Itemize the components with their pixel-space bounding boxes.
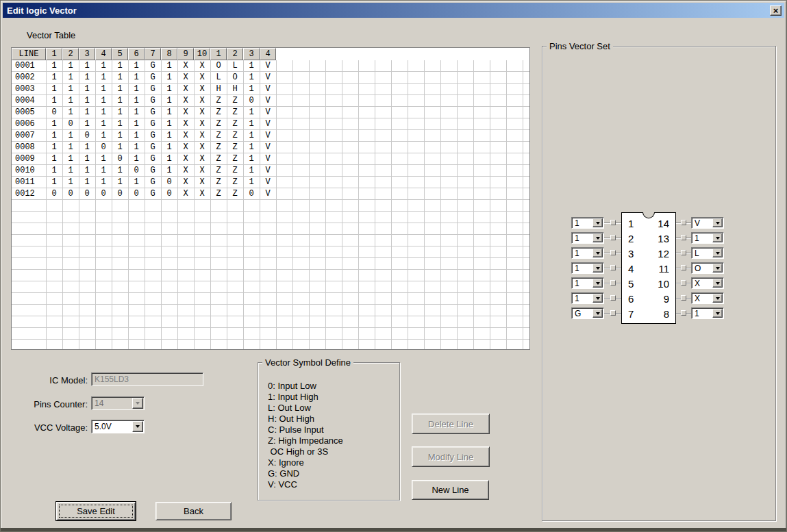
- ic-model-label: IC Model:: [21, 375, 88, 385]
- modify-line-button[interactable]: Modify Line: [412, 446, 490, 467]
- dropdown-arrow-icon[interactable]: [592, 249, 603, 257]
- table-row[interactable]: 0012000000G0XXZZ0V: [12, 188, 276, 200]
- column-header[interactable]: 4: [95, 48, 112, 60]
- table-row[interactable]: 0005011111G1XXZZ1V: [12, 107, 276, 118]
- vector-cell: 0: [95, 188, 112, 200]
- column-header[interactable]: 8: [161, 48, 177, 60]
- dropdown-arrow-icon[interactable]: [132, 398, 143, 409]
- column-header[interactable]: 9: [177, 48, 194, 60]
- column-header[interactable]: 6: [128, 48, 145, 60]
- dropdown-arrow-icon[interactable]: [712, 218, 723, 227]
- dropdown-arrow-icon[interactable]: [592, 218, 603, 227]
- ic-model-input[interactable]: K155LD3: [91, 372, 203, 386]
- dropdown-arrow-icon[interactable]: [592, 309, 603, 318]
- pin-value-select[interactable]: X: [691, 292, 724, 304]
- back-button[interactable]: Back: [155, 502, 232, 520]
- title-bar[interactable]: Edit logic Vector ×: [3, 3, 784, 18]
- vector-cell: X: [177, 188, 194, 200]
- close-button[interactable]: ×: [770, 5, 782, 16]
- table-row[interactable]: 0010111110G1XXZZ1V: [12, 165, 276, 177]
- pin-value-select[interactable]: V: [691, 217, 724, 229]
- delete-line-button[interactable]: Delete Line: [412, 414, 490, 434]
- pin-value-select[interactable]: L: [691, 247, 724, 259]
- vector-cell: 1: [161, 153, 177, 165]
- dropdown-arrow-icon[interactable]: [712, 294, 723, 303]
- column-header[interactable]: 4: [260, 48, 276, 60]
- line-number-cell: 0001: [12, 60, 46, 72]
- pin-value-select[interactable]: 1: [571, 247, 604, 259]
- vcc-voltage-select[interactable]: 5.0V: [91, 420, 145, 433]
- pin-value-select[interactable]: 1: [691, 307, 724, 319]
- table-row[interactable]: 0003111111G1XXHH1V: [12, 84, 276, 95]
- vector-cell: 1: [128, 107, 145, 118]
- dropdown-arrow-icon[interactable]: [132, 421, 143, 432]
- column-header[interactable]: 7: [145, 48, 161, 60]
- pin-value-select[interactable]: 1: [691, 232, 724, 244]
- vector-cell: X: [194, 177, 210, 188]
- dropdown-arrow-icon[interactable]: [592, 294, 603, 303]
- vector-cell: 0: [46, 107, 62, 118]
- pin-value-select[interactable]: 1: [571, 277, 604, 289]
- chip-right-numbers: 141312111098: [658, 216, 669, 322]
- vector-cell: 1: [95, 95, 112, 107]
- pin-value-select[interactable]: G: [571, 307, 604, 319]
- save-edit-button[interactable]: Save Edit: [56, 502, 136, 520]
- column-header[interactable]: 2: [227, 48, 243, 60]
- vector-cell: G: [145, 107, 161, 118]
- pin-value-select[interactable]: 1: [571, 262, 604, 274]
- dropdown-arrow-icon[interactable]: [712, 249, 723, 257]
- vector-cell: Z: [210, 177, 227, 188]
- dropdown-arrow-icon[interactable]: [592, 264, 603, 273]
- dropdown-arrow-icon[interactable]: [592, 279, 603, 288]
- table-row[interactable]: 0006101111G1XXZZ1V: [12, 118, 276, 130]
- vector-cell: 0: [161, 177, 177, 188]
- vector-table[interactable]: LINE123456789101234 0001111111G1XXOL1V00…: [11, 47, 530, 350]
- dropdown-arrow-icon[interactable]: [592, 233, 603, 242]
- column-header[interactable]: 1: [46, 48, 62, 60]
- vector-cell: Z: [210, 165, 227, 177]
- ic-chip: 1234567 141312111098: [621, 212, 676, 324]
- pins-counter-select[interactable]: 14: [91, 396, 145, 410]
- table-row[interactable]: 0011111111G0XXZZ1V: [12, 177, 276, 188]
- vector-cell: G: [145, 118, 161, 130]
- table-row[interactable]: 0002111111G1XXLO1V: [12, 72, 276, 84]
- pin-value-select[interactable]: 1: [571, 232, 604, 244]
- table-row[interactable]: 0009111101G1XXZZ1V: [12, 153, 276, 165]
- dropdown-arrow-icon[interactable]: [712, 233, 723, 242]
- pin-value-select[interactable]: 1: [571, 292, 604, 304]
- column-header[interactable]: LINE: [12, 48, 46, 60]
- pin-value-select[interactable]: X: [691, 277, 724, 289]
- vector-cell: 1: [62, 177, 79, 188]
- vector-cell: V: [260, 107, 276, 118]
- dropdown-arrow-icon[interactable]: [712, 279, 723, 288]
- column-header[interactable]: 3: [79, 48, 95, 60]
- table-row[interactable]: 0004111111G1XXZZ0V: [12, 95, 276, 107]
- dropdown-arrow-icon[interactable]: [712, 264, 723, 273]
- vector-cell: 1: [46, 72, 62, 84]
- table-row[interactable]: 0008111011G1XXZZ1V: [12, 142, 276, 153]
- vector-cell: 1: [128, 60, 145, 72]
- table-body[interactable]: 0001111111G1XXOL1V0002111111G1XXLO1V0003…: [12, 60, 529, 349]
- vector-cell: 0: [243, 95, 260, 107]
- column-header[interactable]: 10: [194, 48, 210, 60]
- vector-cell: 1: [112, 84, 128, 95]
- pin-value-select[interactable]: 1: [571, 217, 604, 229]
- new-line-button[interactable]: New Line: [412, 480, 489, 500]
- vector-cell: 1: [46, 60, 62, 72]
- column-header[interactable]: 3: [243, 48, 260, 60]
- vector-cell: L: [227, 60, 243, 72]
- vector-cell: 1: [79, 95, 95, 107]
- pin-value-select[interactable]: O: [691, 262, 724, 274]
- vector-cell: G: [145, 153, 161, 165]
- column-header[interactable]: 1: [210, 48, 227, 60]
- chip-pin-number: 11: [658, 262, 669, 277]
- vector-cell: X: [177, 153, 194, 165]
- table-row[interactable]: 0001111111G1XXOL1V: [12, 60, 276, 72]
- vector-cell: Z: [227, 95, 243, 107]
- dropdown-arrow-icon[interactable]: [712, 309, 723, 318]
- column-header[interactable]: 5: [112, 48, 128, 60]
- table-row[interactable]: 0007110111G1XXZZ1V: [12, 130, 276, 142]
- column-header[interactable]: 2: [62, 48, 79, 60]
- vector-cell: 1: [46, 84, 62, 95]
- chip-pin-number: 1: [628, 216, 634, 231]
